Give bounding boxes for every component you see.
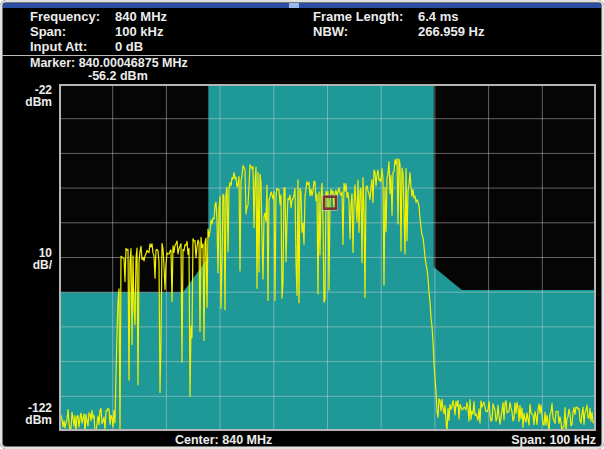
marker-level-value: -56.2 dBm [30, 70, 188, 83]
spectrum-analyzer-screen: Frequency: 840 MHz Span: 100 kHz Input A… [0, 0, 604, 449]
settings-header: Frequency: 840 MHz Span: 100 kHz Input A… [30, 9, 596, 54]
input-att-value: 0 dB [115, 39, 143, 54]
ref-level-unit: dBm [0, 96, 52, 108]
frequency-label: Frequency: [30, 9, 115, 24]
span-label: Span: [30, 24, 115, 39]
frame-length-label: Frame Length: [313, 9, 418, 24]
frame-length-value: 6.4 ms [418, 9, 458, 24]
marker-readout: Marker: 840.00046875 MHz -56.2 dBm [30, 57, 188, 83]
ref-level-label: -22 dBm [0, 84, 52, 108]
span-row: Span: 100 kHz [30, 24, 313, 39]
settings-left-column: Frequency: 840 MHz Span: 100 kHz Input A… [30, 9, 313, 54]
scale-unit: dB/ [0, 259, 52, 271]
center-frequency-label: Center: 840 MHz [175, 433, 272, 447]
bottom-level-unit: dBm [0, 414, 52, 426]
nbw-value: 266.959 Hz [418, 24, 485, 39]
strip-handle [289, 3, 299, 8]
frequency-value: 840 MHz [115, 9, 167, 24]
frequency-row: Frequency: 840 MHz [30, 9, 313, 24]
title-strip [3, 3, 601, 8]
marker-label: Marker: [30, 56, 75, 70]
nbw-row: NBW: 266.959 Hz [313, 24, 485, 39]
marker-frequency-value: 840.00046875 MHz [79, 56, 188, 70]
scale-per-div-label: 10 dB/ [0, 247, 52, 271]
span-value: 100 kHz [115, 24, 163, 39]
settings-right-column: Frame Length: 6.4 ms NBW: 266.959 Hz [313, 9, 485, 54]
nbw-label: NBW: [313, 24, 418, 39]
span-footer-label: Span: 100 kHz [511, 433, 596, 447]
input-att-row: Input Att: 0 dB [30, 39, 313, 54]
input-att-label: Input Att: [30, 39, 115, 54]
bottom-level-label: -122 dBm [0, 402, 52, 426]
spectrum-plot [59, 84, 596, 431]
frame-length-row: Frame Length: 6.4 ms [313, 9, 485, 24]
